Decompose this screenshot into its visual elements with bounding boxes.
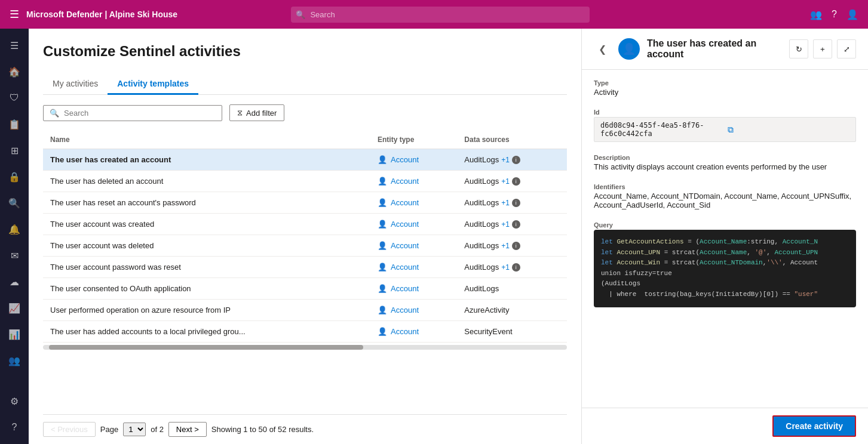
table-row[interactable]: The user has added accounts to a local p… (43, 321, 567, 343)
create-activity-button[interactable]: Create activity (772, 415, 856, 437)
tab-activity-templates[interactable]: Activity templates (108, 74, 198, 95)
plus-badge: +1 (501, 156, 510, 164)
query-block: let GetAccountActions = (Account_Name:st… (594, 230, 856, 307)
page-title: Customize Sentinel activities (43, 43, 567, 60)
row-name: User performed operation on azure resour… (43, 300, 370, 321)
type-section: Type Activity (594, 79, 856, 97)
datasource-badge: AuditLogs +1 i (464, 241, 520, 250)
showing-results: Showing 1 to 50 of 52 results. (211, 425, 314, 434)
description-value: This activity displays account creation … (594, 162, 856, 171)
global-search-input[interactable] (291, 7, 590, 23)
datasource-badge: AuditLogs +1 i (464, 155, 520, 164)
account-icon: 👤 (378, 306, 387, 314)
sidebar-item-menu[interactable]: ☰ (2, 33, 26, 57)
prev-button[interactable]: < Previous (43, 422, 96, 437)
description-section: Description This activity displays accou… (594, 154, 856, 171)
sidebar-item-cloud[interactable]: ☁ (2, 270, 26, 294)
sidebar-item-grid[interactable]: ⊞ (2, 138, 26, 162)
search-icon: 🔍 (50, 109, 59, 118)
account-icon: 👤 (378, 198, 387, 207)
query-line-4: union isfuzzy=true (601, 269, 849, 279)
query-line-2: let Account_UPN = strcat(Account_Name, '… (601, 248, 849, 258)
row-name: The user has deleted an account (43, 171, 370, 192)
row-entity: 👤Account (370, 257, 457, 278)
identifiers-value: Account_Name, Account_NTDomain, Account_… (594, 192, 856, 209)
query-line-5: (AuditLogs (601, 279, 849, 289)
row-name: The user consented to OAuth application (43, 278, 370, 300)
plus-badge: +1 (501, 242, 510, 250)
user-icon[interactable]: 👤 (846, 9, 858, 20)
next-button[interactable]: Next > (168, 422, 207, 437)
menu-icon[interactable]: ☰ (10, 8, 19, 21)
sidebar: ☰ 🏠 🛡 📋 ⊞ 🔒 🔍 🔔 ✉ ☁ 📈 📊 👥 ⚙ ? (0, 29, 29, 444)
table-row[interactable]: User performed operation on azure resour… (43, 300, 567, 321)
sidebar-item-alerts[interactable]: 🔔 (2, 217, 26, 241)
pagination: < Previous Page 1 2 of 2 Next > Showing … (43, 414, 567, 444)
table-row[interactable]: The user has reset an account's password… (43, 192, 567, 214)
description-label: Description (594, 154, 856, 161)
sidebar-item-home[interactable]: 🏠 (2, 60, 26, 84)
add-filter-button[interactable]: ⧖ Add filter (229, 104, 284, 121)
page-select[interactable]: 1 2 (123, 423, 146, 436)
col-sources: Data sources (457, 131, 567, 149)
info-icon: i (512, 199, 520, 207)
table-row[interactable]: The user account password was reset👤Acco… (43, 257, 567, 278)
tab-my-activities[interactable]: My activities (43, 74, 108, 95)
datasource-badge: AuditLogs +1 i (464, 177, 520, 186)
help-icon[interactable]: ? (832, 9, 837, 20)
id-field: d6d08c94-455f-4ea5-8f76-fc6c0c442cfa ⧉ (594, 117, 856, 142)
query-section: Query let GetAccountActions = (Account_N… (594, 221, 856, 307)
query-line-6: | where tostring(bag_keys(InitiatedBy)[0… (601, 289, 849, 300)
account-icon: 👤 (378, 220, 387, 229)
app-title: Microsoft Defender | Alpine Ski House (26, 10, 177, 19)
global-search: 🔍 (291, 7, 590, 23)
sidebar-item-analytics[interactable]: 📊 (2, 322, 26, 346)
open-external-button[interactable]: ⤢ (837, 39, 856, 58)
table-row[interactable]: The user account was created👤AccountAudi… (43, 214, 567, 235)
datasource-badge: AuditLogs +1 i (464, 220, 520, 229)
row-sources: SecurityEvent (457, 321, 567, 343)
add-button[interactable]: + (813, 39, 832, 58)
table-row[interactable]: The user consented to OAuth application👤… (43, 278, 567, 300)
horizontal-scrollbar[interactable] (43, 345, 567, 350)
row-sources: AuditLogs +1 i (457, 214, 567, 235)
sidebar-item-security[interactable]: 🔒 (2, 165, 26, 189)
sidebar-item-chart[interactable]: 📈 (2, 296, 26, 320)
table-row[interactable]: The user has created an account👤AccountA… (43, 149, 567, 171)
query-label: Query (594, 221, 856, 229)
type-label: Type (594, 79, 856, 87)
row-sources: AzureActivity (457, 300, 567, 321)
query-line-3: let Account_Win = strcat(Account_NTDomai… (601, 258, 849, 269)
sidebar-item-people[interactable]: 👥 (2, 349, 26, 372)
sidebar-item-help[interactable]: ? (2, 415, 26, 439)
col-name: Name (43, 131, 370, 149)
row-sources: AuditLogs (457, 278, 567, 300)
info-icon: i (512, 156, 520, 164)
detail-panel: ❮ 👤 The user has created an account ↻ + … (581, 29, 868, 444)
copy-id-button[interactable]: ⧉ (728, 125, 850, 135)
search-box: 🔍 (43, 105, 222, 121)
detail-title: The user has created an account (647, 38, 782, 60)
row-name: The user account password was reset (43, 257, 370, 278)
sidebar-item-mail[interactable]: ✉ (2, 243, 26, 267)
row-entity: 👤Account (370, 192, 457, 214)
refresh-button[interactable]: ↻ (789, 39, 808, 58)
user-avatar-icon: 👤 (618, 38, 640, 60)
table-row[interactable]: The user has deleted an account👤AccountA… (43, 171, 567, 192)
sidebar-item-shield[interactable]: 🛡 (2, 86, 26, 110)
collapse-button[interactable]: ❮ (594, 39, 611, 58)
people-icon[interactable]: 👥 (810, 9, 822, 20)
row-sources: AuditLogs +1 i (457, 192, 567, 214)
sidebar-item-query[interactable]: 🔍 (2, 191, 26, 215)
sidebar-item-settings[interactable]: ⚙ (2, 389, 26, 413)
id-section: Id d6d08c94-455f-4ea5-8f76-fc6c0c442cfa … (594, 109, 856, 142)
search-input[interactable] (64, 109, 216, 118)
plus-badge: +1 (501, 220, 510, 229)
row-sources: AuditLogs +1 i (457, 171, 567, 192)
detail-footer: Create activity (582, 408, 868, 444)
table-header: Name Entity type Data sources (43, 131, 567, 149)
row-entity: 👤Account (370, 171, 457, 192)
sidebar-item-list[interactable]: 📋 (2, 112, 26, 136)
table-row[interactable]: The user account was deleted👤AccountAudi… (43, 235, 567, 257)
row-name: The user has added accounts to a local p… (43, 321, 370, 343)
